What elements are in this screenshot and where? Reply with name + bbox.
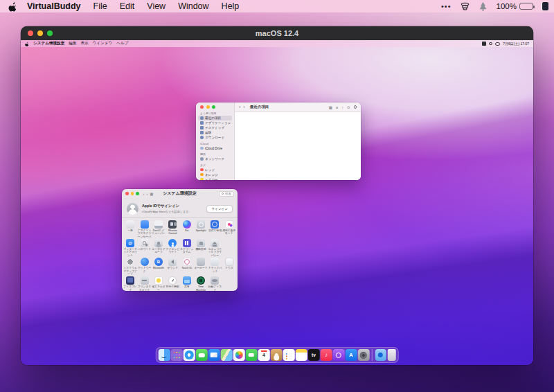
sidebar-item-documents[interactable]: 書類 <box>198 130 232 135</box>
pref-item-passwords[interactable]: パスワード <box>137 238 151 257</box>
sidebar-item-icloud-drive[interactable]: iCloud Drive <box>198 146 232 151</box>
apple-id-section[interactable]: Apple IDでサインイン iCloudやApp Storeなどを設定します。… <box>122 198 238 218</box>
pref-item-screen-time[interactable]: スクリーンタイム <box>180 238 194 257</box>
pref-item-siri[interactable]: Siri <box>180 220 194 238</box>
control-center-icon[interactable] <box>495 42 500 46</box>
minimize-button[interactable] <box>37 30 43 36</box>
back-button[interactable]: ‹ <box>143 192 145 196</box>
host-menu-help[interactable]: Help <box>222 1 240 11</box>
system-preferences-titlebar[interactable]: ‹ › ▦ システム環境設定 検索 <box>122 189 238 198</box>
sidebar-item-tag-orange[interactable]: オレンジ <box>198 172 232 177</box>
view-options-icon[interactable]: ▦ <box>329 105 332 109</box>
dock-music[interactable]: ♪ <box>321 349 332 361</box>
pref-item-keyboard[interactable]: キーボード <box>194 257 208 276</box>
dock-podcasts[interactable] <box>333 349 345 361</box>
guest-menu-help[interactable]: ヘルプ <box>116 41 128 46</box>
vm-window-titlebar[interactable]: macOS 12.4 <box>21 26 533 40</box>
pref-item-security-privacy[interactable]: セキュリティとプライバシー <box>208 238 222 257</box>
guest-apple-menu-icon[interactable] <box>25 42 29 46</box>
virtualbuddy-status-icon[interactable] <box>461 2 470 11</box>
host-menu-file[interactable]: File <box>93 1 107 11</box>
dock-mail[interactable] <box>208 349 220 361</box>
dock-notes[interactable] <box>296 349 307 361</box>
minimize-button[interactable] <box>206 105 210 109</box>
tree-status-icon[interactable] <box>479 2 488 11</box>
sidebar-item-desktop[interactable]: デスクトップ <box>198 125 232 130</box>
overflow-menu-icon[interactable]: ••• <box>441 2 452 10</box>
dock-maps[interactable] <box>221 349 233 361</box>
sidebar-item-applications[interactable]: アプリケーション <box>198 121 232 125</box>
preferences-search-field[interactable]: 検索 <box>219 191 235 197</box>
pref-item-software-update[interactable]: ソフトウェアアップデート <box>123 257 137 276</box>
menu-extra-partial-icon[interactable] <box>542 2 548 10</box>
sidebar-item-network[interactable]: ネットワーク <box>198 157 232 161</box>
spotlight-icon[interactable] <box>489 42 492 46</box>
sidebar-item-tag-yellow[interactable]: イエロー <box>198 177 232 181</box>
guest-app-menu[interactable]: システム環境設定 <box>33 41 64 46</box>
forward-button[interactable]: › <box>243 105 244 109</box>
sidebar-item-downloads[interactable]: ダウンロード <box>198 135 232 140</box>
dock-minimized-window[interactable] <box>375 349 386 361</box>
dock-facetime[interactable] <box>246 349 258 361</box>
guest-menu-edit[interactable]: 編集 <box>69 41 76 46</box>
dock-launchpad[interactable] <box>171 349 183 361</box>
pref-item-startup-disk[interactable]: 起動ディスク <box>208 276 222 291</box>
pref-item-bluetooth[interactable]: BBluetooth <box>152 257 166 276</box>
input-source-icon[interactable] <box>482 42 486 46</box>
pref-item-extensions[interactable]: 機能拡張 <box>194 238 208 257</box>
pref-item-displays[interactable]: ディスプレイ <box>123 276 137 291</box>
dock-finder[interactable] <box>159 349 170 361</box>
pref-item-touch-id[interactable]: Touch ID <box>180 257 194 276</box>
battery-status[interactable]: 100% <box>497 2 533 10</box>
pref-item-time-machine[interactable]: Time Machine <box>194 276 208 291</box>
zoom-button[interactable] <box>47 30 53 36</box>
pref-item-spotlight[interactable]: Spotlight <box>194 220 208 238</box>
pref-item-sound[interactable]: サウンド <box>166 257 179 276</box>
host-menu-edit[interactable]: Edit <box>120 1 135 11</box>
pref-item-users-groups[interactable]: ユーザとグループ <box>152 238 166 257</box>
finder-window[interactable]: よく使う項目 最近の項目 アプリケーション デスクトップ 書類 ダウンロード i… <box>196 103 361 180</box>
search-icon[interactable] <box>354 105 357 109</box>
sidebar-item-recents[interactable]: 最近の項目 <box>198 116 232 121</box>
dock-safari[interactable] <box>184 349 195 361</box>
close-button[interactable] <box>125 192 129 195</box>
pref-item-mouse[interactable]: マウス <box>222 257 236 276</box>
guest-menu-view[interactable]: 表示 <box>80 41 88 46</box>
pref-item-date-time[interactable]: 日付と時刻 <box>166 276 179 291</box>
pref-item-accessibility[interactable]: アクセシビリティ <box>166 238 179 257</box>
pref-item-sharing[interactable]: 共有 <box>180 276 194 291</box>
minimize-button[interactable] <box>131 192 134 195</box>
dock-trash[interactable] <box>387 349 395 361</box>
dock-app-store[interactable]: A <box>346 349 357 361</box>
pref-item-desktop-screensaver[interactable]: デスクトップとスクリーンセーバ <box>137 220 151 238</box>
finder-content-area[interactable] <box>235 112 361 180</box>
dock-calendar[interactable]: 4 <box>258 349 270 361</box>
pref-item-dock-menubar[interactable]: Dockとメニューバー <box>152 220 166 238</box>
dock-reminders[interactable] <box>283 349 295 361</box>
dock-messages[interactable] <box>196 349 208 361</box>
finder-toolbar[interactable]: ‹ › 最近の項目 ▦ ≡ ↑ ⊙ <box>235 103 361 112</box>
close-button[interactable] <box>28 30 33 36</box>
guest-menu-window[interactable]: ウインドウ <box>93 41 113 46</box>
dock-system-preferences[interactable] <box>358 349 370 361</box>
forward-button[interactable]: › <box>147 192 148 196</box>
zoom-button[interactable] <box>136 192 139 195</box>
host-menu-window[interactable]: Window <box>178 1 208 11</box>
pref-item-general[interactable]: 一般 <box>123 220 137 238</box>
pref-item-energy-saver[interactable]: 省エネルギー <box>152 276 166 291</box>
guest-clock[interactable]: 7月6日(土) 17:07 <box>503 42 529 46</box>
pref-item-notifications[interactable]: 通知と集中モード <box>222 220 236 238</box>
host-menu-view[interactable]: View <box>147 1 166 11</box>
back-button[interactable]: ‹ <box>239 105 240 109</box>
dock-contacts[interactable] <box>271 349 283 361</box>
sidebar-item-tag-red[interactable]: レッド <box>198 168 232 172</box>
action-menu-icon[interactable]: ⊙ <box>347 105 350 109</box>
show-all-icon[interactable]: ▦ <box>150 192 154 196</box>
dock-photos[interactable] <box>233 349 245 361</box>
pref-item-network[interactable]: ネットワーク <box>137 257 151 276</box>
pref-item-language-region[interactable]: 言語と地域 <box>208 220 222 238</box>
sign-in-button[interactable]: サインイン <box>206 205 233 213</box>
pref-item-internet-accounts[interactable]: @インターネットアカウント <box>123 238 137 257</box>
host-app-menu[interactable]: VirtualBuddy <box>27 1 81 11</box>
dock-tv[interactable]: tv <box>308 349 320 361</box>
